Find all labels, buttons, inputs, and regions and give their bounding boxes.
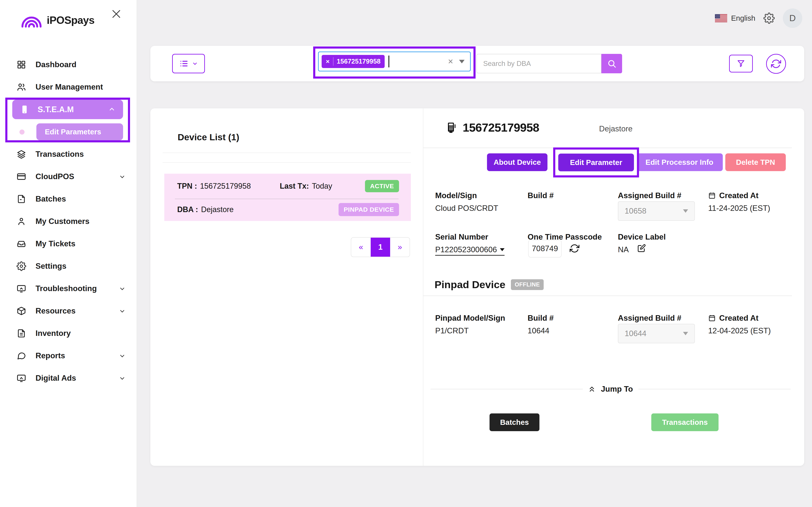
calendar-icon (708, 314, 716, 322)
edit-processor-info-button[interactable]: Edit Processor Info (636, 153, 723, 171)
device-icon (20, 105, 29, 114)
tpn-tag: × 156725179958 (322, 55, 385, 68)
brand-name: iPOSpays (47, 14, 94, 26)
users-icon (16, 82, 26, 92)
pagination-page-1[interactable]: 1 (371, 238, 390, 257)
layers-icon (16, 149, 26, 159)
main-card: Device List (1) TPN : 156725179958 Last … (150, 108, 804, 466)
sidebar-item-label: Resources (36, 306, 75, 316)
pinpad-created-label: Created At (708, 314, 759, 323)
sidebar-item-troubleshooting[interactable]: Troubleshooting (0, 277, 137, 300)
tpn-multiselect-input[interactable]: × 156725179958 × (318, 52, 471, 71)
sidebar-item-inventory[interactable]: Inventory (0, 322, 137, 345)
otp-input[interactable]: 708749 (528, 240, 562, 258)
sidebar-item-cloudpos[interactable]: CloudPOS (0, 165, 137, 188)
gear-icon[interactable] (763, 12, 775, 24)
search-button[interactable] (601, 54, 622, 73)
sidebar-item-my-customers[interactable]: My Customers (0, 210, 137, 233)
sidebar-item-steam[interactable]: S.T.E.A.M (0, 98, 137, 121)
sidebar-item-my-tickets[interactable]: My Tickets (0, 233, 137, 255)
chevron-up-icon (108, 106, 115, 113)
sidebar-item-reports[interactable]: Reports (0, 345, 137, 367)
delete-tpn-label: Delete TPN (736, 158, 775, 166)
jump-transactions-button[interactable]: Transactions (651, 413, 718, 431)
delete-tpn-button[interactable]: Delete TPN (725, 153, 786, 171)
user-icon (16, 217, 26, 226)
sync-icon (771, 59, 781, 69)
chevron-down-icon (119, 285, 125, 292)
divider (430, 389, 583, 389)
avatar[interactable]: D (783, 8, 802, 28)
dot-icon (19, 129, 24, 134)
device-list-item[interactable]: TPN : 156725179958 Last Tx: Today ACTIVE… (164, 174, 411, 221)
us-flag-icon (715, 14, 727, 22)
about-device-button[interactable]: About Device (487, 153, 548, 171)
edit-parameters-pill[interactable]: Edit Parameters (36, 123, 123, 140)
jump-transactions-label: Transactions (662, 418, 708, 427)
brand-logo: iPOSpays (21, 13, 94, 28)
pinpad-build-label: Build # (527, 314, 554, 323)
double-chevron-up-icon[interactable] (588, 386, 596, 393)
sidebar-item-dashboard[interactable]: Dashboard (0, 53, 137, 76)
sidebar-item-resources[interactable]: Resources (0, 300, 137, 322)
sidebar-item-label: User Management (36, 82, 103, 92)
pagination-prev[interactable]: « (351, 238, 371, 257)
edit-parameter-annotation-box: Edit Parameter (553, 148, 639, 177)
assigned-build-label: Assigned Build # (618, 191, 681, 200)
sidebar: iPOSpays Dashboard User Management S.T.E… (0, 0, 137, 507)
box-icon (16, 306, 26, 316)
close-icon[interactable] (110, 8, 122, 20)
divider (163, 162, 411, 163)
edit-parameter-button[interactable]: Edit Parameter (558, 154, 634, 171)
tag-remove-icon[interactable]: × (326, 58, 329, 65)
sidebar-nav: Dashboard User Management S.T.E.A.M Edi (0, 53, 137, 389)
device-label-value: NA (618, 245, 629, 254)
pinpad-created-value: 12-04-2025 (EST) (708, 326, 771, 335)
sidebar-item-edit-parameters[interactable]: Edit Parameters (0, 121, 137, 143)
search-dba-input[interactable]: Search by DBA (476, 54, 601, 73)
sidebar-item-transactions[interactable]: Transactions (0, 143, 137, 165)
pinpad-assigned-select[interactable]: 10644 (618, 324, 695, 343)
status-badge: ACTIVE (365, 180, 399, 192)
device-detail-panel: 156725179958 Dejastore About Device Edit… (423, 108, 804, 466)
file-icon (16, 194, 26, 204)
tag-value: 156725179958 (337, 58, 380, 65)
assigned-build-select[interactable]: 10658 (618, 201, 695, 221)
tpn-search-annotation-box: × 156725179958 × (313, 47, 475, 78)
chevron-down-icon (119, 352, 125, 359)
tpn-label: TPN : (177, 182, 197, 190)
edit-pencil-icon[interactable] (637, 243, 646, 253)
pinpad-assigned-value: 10644 (625, 329, 647, 338)
pinpad-build-value: 10644 (527, 326, 549, 335)
sidebar-item-label: Edit Parameters (45, 128, 101, 136)
chevron-down-icon (119, 375, 125, 382)
clear-icon[interactable]: × (448, 57, 453, 66)
tpn-value: 156725179958 (200, 182, 251, 190)
last-tx-value: Today (312, 182, 332, 190)
model-sign-value: Cloud POS/CRDT (435, 204, 498, 213)
dashboard-icon (16, 60, 26, 69)
sidebar-item-digital-ads[interactable]: Digital Ads (0, 367, 137, 389)
language-selector[interactable]: English (715, 14, 755, 22)
sidebar-item-settings[interactable]: Settings (0, 255, 137, 277)
select-caret-icon (683, 209, 688, 213)
created-at-label: Created At (708, 191, 759, 200)
serial-number-link[interactable]: P1220523000606 (435, 245, 505, 256)
calendar-icon (708, 192, 716, 200)
steam-pill[interactable]: S.T.E.A.M (12, 100, 123, 119)
jump-batches-button[interactable]: Batches (490, 413, 540, 431)
list-view-dropdown-button[interactable] (172, 54, 205, 73)
sync-button[interactable] (766, 54, 786, 74)
pagination-next[interactable]: » (390, 238, 410, 257)
otp-refresh-icon[interactable] (570, 243, 579, 253)
edit-processor-info-label: Edit Processor Info (646, 158, 713, 166)
sidebar-item-batches[interactable]: Batches (0, 188, 137, 210)
chevron-down-icon (119, 173, 125, 180)
jump-to-divider: Jump To (430, 385, 791, 394)
filter-button[interactable] (729, 55, 753, 72)
sidebar-item-user-management[interactable]: User Management (0, 76, 137, 98)
device-type-badge: PINPAD DEVICE (339, 203, 399, 216)
chevron-down-icon (119, 307, 125, 314)
dropdown-caret-icon[interactable] (459, 60, 465, 63)
device-header: 156725179958 (445, 121, 539, 134)
